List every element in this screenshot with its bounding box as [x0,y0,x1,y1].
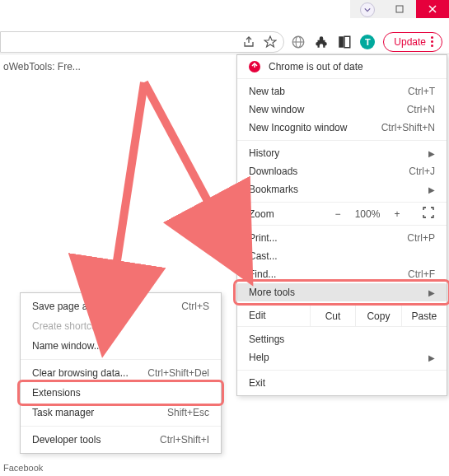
menu-edit-row: Edit Cut Copy Paste [237,306,447,327]
submenu-item-clear-browsing-data[interactable]: Clear browsing data...Ctrl+Shift+Del [21,363,221,383]
submenu-arrow-icon: ▶ [428,288,435,297]
svg-line-10 [144,82,246,272]
more-tools-submenu: Save page as...Ctrl+SCreate shortcut...N… [20,292,222,454]
submenu-item-label: Name window... [32,340,209,352]
submenu-arrow-icon: ▶ [428,149,435,158]
submenu-item-label: Task manager [32,407,167,418]
menu-item-label: New Incognito window [249,122,381,133]
menu-item-shortcut: Ctrl+Shift+N [381,122,435,133]
svg-rect-8 [339,36,344,48]
menu-section-4: SettingsHelp▶ [237,327,447,371]
submenu-item-shortcut: Ctrl+Shift+I [160,434,209,446]
zoom-in-button[interactable]: + [387,208,407,220]
submenu-item-shortcut: Ctrl+Shift+Del [147,367,209,379]
menu-item-shortcut: Ctrl+N [407,104,435,115]
copy-button[interactable]: Copy [355,306,400,326]
zoom-out-button[interactable]: − [328,208,348,220]
menu-item-find[interactable]: Find...Ctrl+F [237,265,447,283]
svg-rect-9 [344,36,350,48]
menu-item-shortcut: Ctrl+F [408,268,435,280]
submenu-item-create-shortcut: Create shortcut... [21,316,221,336]
menu-item-bookmarks[interactable]: Bookmarks▶ [237,180,447,198]
menu-item-shortcut: Ctrl+T [408,86,435,97]
paste-button[interactable]: Paste [401,306,447,326]
svg-rect-1 [396,6,403,12]
tab-search-button[interactable] [360,2,375,17]
menu-item-new-incognito-window[interactable]: New Incognito windowCtrl+Shift+N [237,119,447,137]
svg-marker-4 [264,36,276,47]
extensions-puzzle-icon[interactable] [314,35,329,49]
submenu-item-name-window[interactable]: Name window... [21,336,221,356]
close-button[interactable] [416,0,449,18]
globe-icon[interactable] [291,35,306,49]
submenu-item-shortcut: Ctrl+S [181,301,209,312]
share-icon[interactable] [242,35,255,49]
submenu-item-label: Save page as... [32,301,181,312]
update-button[interactable]: Update [383,32,442,52]
submenu-item-extensions[interactable]: Extensions [21,383,221,403]
submenu-item-shortcut: Shift+Esc [167,407,209,418]
warning-update-icon [249,61,260,72]
cut-button[interactable]: Cut [310,306,355,326]
extensions-area: T Update [291,32,449,52]
menu-zoom-row: Zoom − 100% + [237,203,447,226]
menu-section-2: History▶DownloadsCtrl+JBookmarks▶ [237,141,447,203]
submenu-separator [21,426,221,427]
menu-item-label: Exit [249,377,435,389]
reading-list-icon[interactable] [337,35,352,49]
menu-item-label: Help [249,352,423,363]
footer-text: Facebook [3,463,43,473]
menu-item-new-window[interactable]: New windowCtrl+N [237,100,447,119]
menu-item-label: New tab [249,86,408,97]
fullscreen-button[interactable] [419,207,438,221]
submenu-item-label: Developer tools [32,434,160,446]
menu-item-label: More tools [249,287,423,298]
menu-section-5: Exit [237,371,447,395]
maximize-icon [395,5,404,13]
submenu-item-label: Clear browsing data... [32,367,147,379]
menu-item-shortcut: Ctrl+P [407,232,435,244]
toolbar: T Update [0,30,449,54]
chrome-menu: Chrome is out of date New tabCtrl+TNew w… [236,54,447,396]
kebab-menu-icon [431,36,433,47]
menu-item-label: Settings [249,334,435,345]
submenu-item-task-manager[interactable]: Task managerShift+Esc [21,403,221,422]
menu-item-print[interactable]: Print...Ctrl+P [237,229,447,247]
menu-warning-row[interactable]: Chrome is out of date [237,55,447,79]
profile-avatar[interactable]: T [360,35,375,49]
update-label: Update [394,36,426,48]
menu-item-help[interactable]: Help▶ [237,348,447,366]
menu-warning-text: Chrome is out of date [269,61,363,72]
menu-item-more-tools[interactable]: More tools▶ [237,283,447,301]
menu-item-label: Find... [249,268,408,280]
fullscreen-icon [423,207,434,218]
menu-item-new-tab[interactable]: New tabCtrl+T [237,82,447,100]
menu-section-1: New tabCtrl+TNew windowCtrl+NNew Incogni… [237,79,447,141]
submenu-arrow-icon: ▶ [428,353,435,362]
maximize-button[interactable] [383,0,416,18]
menu-item-shortcut: Ctrl+J [409,166,435,177]
address-bar[interactable] [0,31,284,53]
menu-item-label: Downloads [249,166,409,177]
menu-item-downloads[interactable]: DownloadsCtrl+J [237,162,447,180]
submenu-item-developer-tools[interactable]: Developer toolsCtrl+Shift+I [21,430,221,450]
menu-item-label: Print... [249,232,407,244]
page-title-fragment: oWebTools: Fre... [3,61,81,72]
submenu-arrow-icon: ▶ [428,185,435,194]
zoom-label: Zoom [249,208,325,220]
menu-item-label: Bookmarks [249,184,423,195]
edit-label: Edit [237,306,310,326]
submenu-item-label: Create shortcut... [32,320,209,332]
menu-item-settings[interactable]: Settings [237,330,447,348]
menu-item-history[interactable]: History▶ [237,144,447,162]
submenu-item-save-page-as[interactable]: Save page as...Ctrl+S [21,296,221,316]
menu-item-cast[interactable]: Cast... [237,247,447,265]
menu-item-label: Cast... [249,250,435,262]
menu-item-exit[interactable]: Exit [237,374,447,392]
bookmark-star-icon[interactable] [264,35,277,49]
menu-section-3: Print...Ctrl+PCast...Find...Ctrl+FMore t… [237,226,447,306]
submenu-item-label: Extensions [32,387,209,399]
chevron-down-icon [364,7,371,13]
zoom-value: 100% [351,208,384,220]
close-icon [428,5,437,13]
